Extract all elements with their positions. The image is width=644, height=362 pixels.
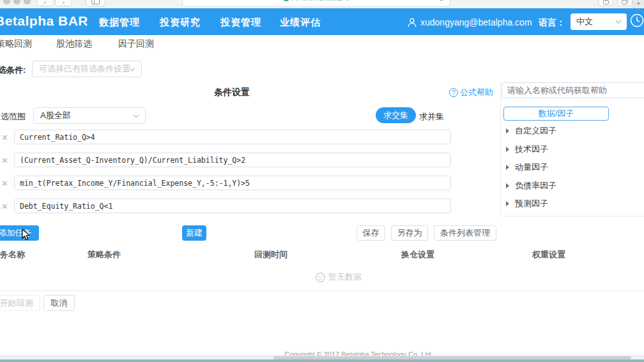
- browser-address-bar[interactable]: 四川倍发科技有限公司: [182, 0, 450, 7]
- factor-group-label: 预测因子: [515, 198, 548, 209]
- browser-share-button[interactable]: [598, 0, 613, 6]
- saved-filter-placeholder: 可选择已有筛选条件设置: [39, 64, 130, 73]
- question-circle-icon: ?: [449, 88, 458, 97]
- caret-right-icon: [506, 165, 509, 170]
- language-value: 中文: [576, 17, 593, 26]
- new-tab-button[interactable]: +: [632, 0, 644, 8]
- browser-sidebar-button[interactable]: [86, 0, 105, 6]
- caret-right-icon: [506, 183, 509, 188]
- tab-stock-pool-filter[interactable]: 股池筛选: [56, 38, 92, 50]
- factor-group-momentum[interactable]: 动量因子: [506, 162, 640, 173]
- factor-group-label: 技术因子: [515, 144, 548, 155]
- window-bottom-edge: [0, 359, 644, 362]
- condition-input[interactable]: [14, 199, 451, 213]
- col-weight-settings: 权重设置: [532, 249, 565, 260]
- col-backtest-time: 回测时间: [254, 249, 288, 260]
- factor-group-label: 自定义因子: [515, 125, 556, 137]
- add-task-button[interactable]: 添加任务: [0, 225, 39, 241]
- language-label: 语言：: [539, 17, 565, 29]
- lock-icon: [284, 0, 289, 1]
- factor-group-custom[interactable]: 自定义因子: [506, 125, 640, 137]
- factor-group-label: 负债率因子: [515, 180, 556, 192]
- col-strategy-condition: 策略条件: [88, 249, 121, 260]
- browser-chrome: ‹ › 四川倍发科技有限公司 +: [0, 0, 644, 8]
- union-button[interactable]: 求并集: [419, 111, 444, 123]
- intersect-button[interactable]: 求交集: [376, 107, 416, 123]
- factor-group-forecast[interactable]: 预测因子: [506, 198, 640, 209]
- share-icon: [603, 0, 609, 4]
- nav-item-data-management[interactable]: 数据管理: [99, 17, 140, 29]
- caret-right-icon: [506, 128, 509, 133]
- nav-item-performance-evaluation[interactable]: 业绩评估: [280, 17, 321, 29]
- factor-group-label: 动量因子: [515, 162, 548, 173]
- caret-right-icon: [506, 147, 509, 152]
- window-minimize-icon[interactable]: [13, 0, 20, 4]
- sidebar-divider: [500, 80, 501, 217]
- condition-input[interactable]: [14, 176, 451, 190]
- saved-filter-select[interactable]: 可选择已有筛选条件设置: [32, 61, 142, 77]
- screen: ‹ › 四川倍发科技有限公司 + Betalpha BAR 数据管理 投资研究 …: [0, 0, 644, 362]
- remove-condition-icon[interactable]: ✕: [1, 179, 10, 188]
- empty-state-text: 暂无数据: [328, 271, 362, 283]
- nav-item-investment-research[interactable]: 投资研究: [160, 17, 201, 29]
- col-task-name: 任务名称: [0, 249, 25, 260]
- condition-input[interactable]: [14, 153, 451, 167]
- scope-select[interactable]: A股全部: [33, 107, 146, 124]
- condition-list-manage-button[interactable]: 条件列表管理: [434, 225, 496, 241]
- history-button[interactable]: [630, 13, 644, 30]
- reload-icon[interactable]: [438, 0, 445, 1]
- start-backtest-button[interactable]: 开始回测: [0, 295, 40, 311]
- remove-condition-icon[interactable]: ✕: [1, 202, 10, 211]
- no-data-face-icon: [316, 273, 325, 282]
- sidebar-icon: [91, 0, 100, 4]
- browser-forward-button[interactable]: ›: [55, 0, 72, 6]
- scope-value: A股全部: [40, 110, 71, 120]
- tab-data-factor[interactable]: 数据/因子: [503, 107, 609, 121]
- save-button[interactable]: 保存: [356, 225, 385, 241]
- user-email: xudongyang@betalpha.com: [420, 17, 532, 27]
- empty-state: 暂无数据: [275, 271, 402, 283]
- chevron-down-icon: [133, 114, 139, 118]
- chevron-down-icon: [615, 20, 622, 24]
- factor-group-technical[interactable]: 技术因子: [506, 144, 640, 155]
- new-button[interactable]: 新建: [182, 225, 206, 241]
- app-logo[interactable]: Betalpha BAR: [0, 13, 88, 29]
- tab-factor-backtest[interactable]: 因子回测: [118, 38, 154, 50]
- factor-search-input[interactable]: [502, 82, 644, 98]
- browser-tabs-button[interactable]: [617, 0, 632, 6]
- saved-filter-label: 筛选条件:: [0, 64, 26, 76]
- tab-strategy-backtest[interactable]: 策略回测: [0, 38, 32, 50]
- user-icon: [408, 18, 417, 27]
- chevron-down-icon: [129, 68, 135, 72]
- window-zoom-icon[interactable]: [24, 0, 31, 4]
- user-account[interactable]: xudongyang@betalpha.com: [408, 17, 532, 27]
- address-text: 四川倍发科技有限公司: [291, 0, 349, 3]
- nav-item-investment-management[interactable]: 投资管理: [220, 17, 261, 29]
- save-as-button[interactable]: 另存为: [391, 225, 428, 241]
- divider: [0, 290, 644, 291]
- formula-help-label: 公式帮助: [460, 87, 493, 98]
- factor-group-debt-ratio[interactable]: 负债率因子: [506, 180, 640, 192]
- tabs-overview-icon: [622, 0, 628, 4]
- language-select[interactable]: 中文: [571, 13, 627, 30]
- browser-back-button[interactable]: ‹: [36, 0, 54, 6]
- remove-condition-icon[interactable]: ✕: [1, 156, 10, 165]
- condition-input[interactable]: [14, 130, 451, 144]
- caret-right-icon: [506, 201, 509, 206]
- condition-settings-title: 条件设置: [214, 87, 250, 98]
- clock-icon: [630, 13, 644, 27]
- col-rebalance-settings: 换仓设置: [401, 249, 434, 260]
- window-close-icon[interactable]: [3, 0, 10, 4]
- cancel-button[interactable]: 取消: [43, 295, 75, 311]
- sidebar-bottom-divider: [503, 216, 644, 216]
- remove-condition-icon[interactable]: ✕: [1, 133, 10, 142]
- mouse-cursor-icon: [22, 229, 31, 241]
- top-navbar: Betalpha BAR 数据管理 投资研究 投资管理 业绩评估 xudongy…: [0, 8, 644, 35]
- formula-help-link[interactable]: ? 公式帮助: [449, 87, 493, 98]
- scope-label: 筛选范围: [0, 111, 26, 123]
